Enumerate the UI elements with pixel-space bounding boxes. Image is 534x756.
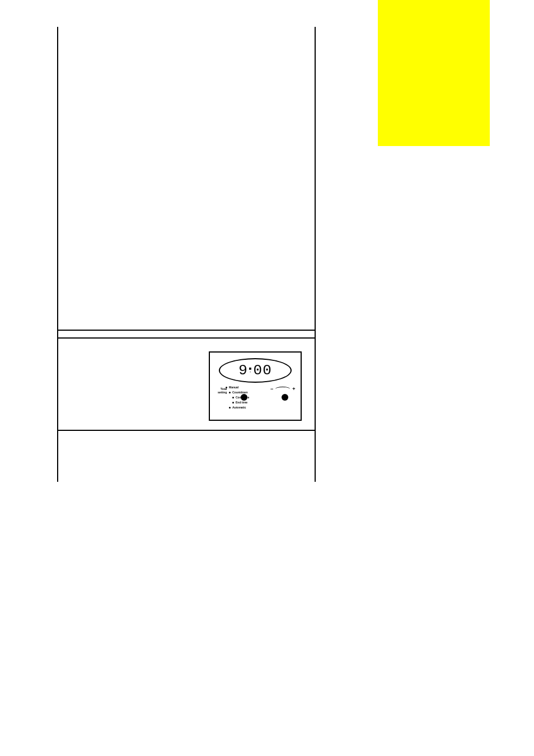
horizontal-divider	[57, 330, 316, 331]
led-dot-icon	[232, 402, 234, 403]
minus-plus-indicator: − +	[270, 386, 296, 392]
yellow-tab	[378, 0, 490, 146]
led-dot-icon	[229, 407, 231, 408]
label-countdown: Countdown	[229, 390, 249, 395]
clock-minutes: 00	[254, 362, 272, 379]
led-dot-icon	[229, 392, 231, 393]
led-dot-icon	[232, 397, 234, 398]
horizontal-divider	[57, 430, 316, 431]
adjust-button[interactable]	[282, 394, 288, 401]
clock-timer-panel: 9 ■ · 00 Timesetting Manual Countdown Co…	[209, 351, 302, 421]
label-text: Manual	[229, 385, 238, 389]
led-dot-icon	[226, 387, 227, 388]
label-manual: Manual	[226, 385, 249, 389]
label-endtime: End time	[232, 400, 249, 405]
horizontal-divider	[57, 337, 316, 339]
label-text: Automatic	[232, 405, 246, 410]
mode-select-button[interactable]	[241, 394, 247, 401]
clock-hour: 9	[238, 362, 248, 379]
minus-icon: −	[270, 386, 273, 392]
clock-display-oval: 9 ■ · 00	[219, 358, 292, 383]
plus-icon: +	[292, 386, 295, 392]
label-text: End time	[236, 400, 247, 405]
arc-icon	[275, 387, 290, 391]
clock-time-readout: 9 ■ · 00	[238, 362, 272, 379]
label-automatic: Automatic	[229, 405, 249, 410]
clock-separator-icon: ■ ·	[249, 367, 252, 374]
